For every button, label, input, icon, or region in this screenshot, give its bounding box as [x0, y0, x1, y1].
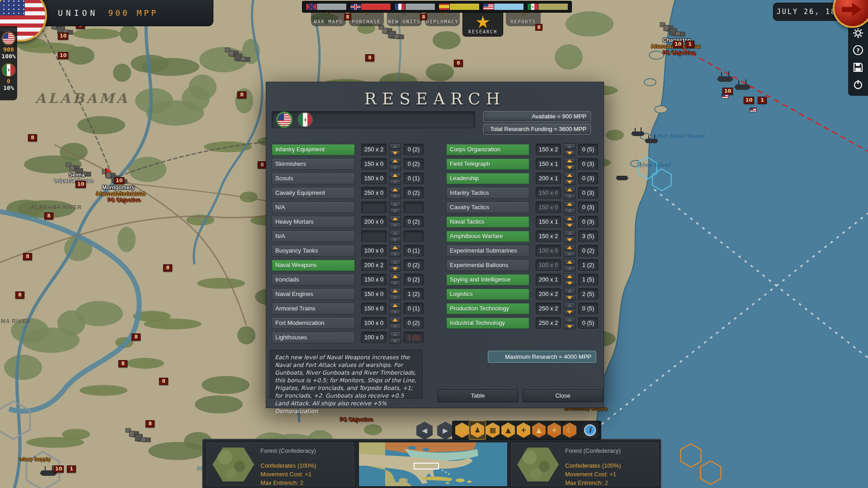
decrease-investment-button[interactable] — [564, 150, 576, 156]
increase-investment-button[interactable] — [564, 143, 576, 149]
increase-investment-button[interactable] — [389, 331, 401, 337]
diplomacy-segment-usa[interactable] — [483, 3, 524, 10]
unit-strength-badge[interactable]: 8 — [258, 161, 267, 169]
decrease-investment-button[interactable] — [564, 266, 576, 272]
increase-investment-button[interactable] — [389, 201, 401, 207]
increase-investment-button[interactable] — [389, 158, 401, 164]
decrease-investment-button[interactable] — [389, 338, 401, 344]
decrease-investment-button[interactable] — [564, 179, 576, 185]
increase-investment-button[interactable] — [389, 187, 401, 192]
increase-investment-button[interactable] — [564, 302, 576, 308]
increase-investment-button[interactable] — [564, 216, 576, 221]
increase-investment-button[interactable] — [389, 288, 401, 294]
increase-investment-button[interactable] — [389, 273, 401, 279]
night-mode-icon[interactable]: ☾ — [563, 422, 576, 438]
unit-strength-badge[interactable]: 10 — [744, 97, 754, 104]
infantry-action-icon[interactable]: ♟ — [471, 422, 484, 438]
diplomacy-segment-csa[interactable] — [306, 3, 347, 10]
decrease-investment-button[interactable] — [389, 324, 401, 329]
increase-investment-button[interactable] — [564, 317, 576, 323]
unit-strength-badge[interactable]: 10 — [673, 41, 683, 48]
unit-strength-badge[interactable]: 10 — [58, 52, 68, 59]
nation-flag-mexico[interactable] — [298, 113, 312, 127]
info-button[interactable]: i — [582, 422, 598, 438]
diplomacy-segment-mexico[interactable] — [527, 3, 568, 10]
decrease-investment-button[interactable] — [389, 266, 401, 272]
increase-investment-button[interactable] — [564, 244, 576, 250]
decrease-investment-button[interactable] — [389, 295, 401, 300]
decrease-investment-button[interactable] — [389, 208, 401, 214]
decrease-investment-button[interactable] — [389, 222, 401, 228]
increase-investment-button[interactable] — [389, 244, 401, 250]
decrease-investment-button[interactable] — [389, 150, 401, 156]
unit-strength-badge[interactable]: 8 — [44, 212, 53, 220]
unit-strength-badge[interactable]: 8 — [23, 253, 32, 260]
table-button[interactable]: Table — [438, 389, 518, 402]
diplomacy-segment-france[interactable] — [394, 3, 435, 10]
unit-strength-badge[interactable]: 8 — [146, 420, 155, 427]
unit-strength-badge[interactable]: 1 — [67, 465, 76, 473]
decrease-investment-button[interactable] — [564, 280, 576, 286]
decrease-investment-button[interactable] — [564, 251, 576, 257]
save-icon[interactable] — [852, 61, 864, 73]
increase-investment-button[interactable] — [389, 216, 401, 221]
close-button[interactable]: Close — [523, 389, 603, 402]
decrease-investment-button[interactable] — [564, 222, 576, 228]
unit-strength-badge[interactable]: 8 — [132, 333, 141, 341]
unit-strength-badge[interactable]: 1 — [758, 97, 767, 104]
decrease-investment-button[interactable] — [564, 324, 576, 329]
unit-strength-badge[interactable]: 8 — [454, 60, 463, 67]
decrease-investment-button[interactable] — [564, 208, 576, 214]
increase-investment-button[interactable] — [564, 158, 576, 164]
increase-investment-button[interactable] — [564, 187, 576, 192]
decrease-investment-button[interactable] — [389, 280, 401, 286]
hex-territory-icon[interactable] — [455, 422, 469, 438]
unit-strength-badge[interactable]: 1 — [685, 41, 694, 48]
unit-strength-badge[interactable]: 8 — [15, 291, 24, 299]
increase-investment-button[interactable] — [564, 230, 576, 236]
increase-investment-button[interactable] — [389, 143, 401, 149]
unit-strength-badge[interactable]: 10 — [114, 177, 124, 184]
unit-strength-badge[interactable]: 8 — [237, 91, 246, 99]
unit-strength-badge[interactable]: 10 — [53, 465, 64, 473]
tab-diplomacy[interactable]: ★Diplomacy — [425, 13, 460, 26]
decrease-investment-button[interactable] — [389, 193, 401, 199]
increase-investment-button[interactable] — [564, 273, 576, 279]
increase-investment-button[interactable] — [564, 201, 576, 207]
decrease-investment-button[interactable] — [389, 164, 401, 170]
reinforce-icon[interactable]: + — [517, 422, 530, 438]
tab-new-units[interactable]: ★New Units8 — [387, 13, 422, 26]
elite-reinforce-icon[interactable]: + — [547, 422, 561, 438]
diplomacy-segment-spain[interactable] — [439, 3, 480, 10]
unit-strength-badge[interactable]: 10 — [58, 33, 68, 40]
increase-investment-button[interactable] — [389, 172, 401, 178]
elite-upgrade-icon[interactable]: ▲ — [532, 422, 546, 438]
nation-flag-usa[interactable] — [278, 113, 291, 127]
decrease-investment-button[interactable] — [564, 295, 576, 300]
increase-investment-button[interactable] — [389, 302, 401, 308]
previous-unit-button[interactable]: ◀ — [416, 422, 433, 440]
diplomacy-segment-uk[interactable] — [350, 3, 391, 10]
unit-strength-badge[interactable]: 8 — [365, 54, 374, 61]
tab-war-maps[interactable]: ★War Maps8 — [311, 13, 346, 26]
minimap[interactable] — [359, 442, 508, 487]
decrease-investment-button[interactable] — [389, 179, 401, 185]
decrease-investment-button[interactable] — [389, 251, 401, 257]
upgrade-icon[interactable]: ▲ — [501, 422, 515, 438]
decrease-investment-button[interactable] — [564, 309, 576, 315]
tab-purchase[interactable]: ★Purchase — [349, 13, 384, 26]
decrease-investment-button[interactable] — [564, 237, 576, 243]
increase-investment-button[interactable] — [564, 172, 576, 178]
increase-investment-button[interactable] — [389, 259, 401, 265]
help-icon[interactable]: ? — [852, 44, 864, 56]
decrease-investment-button[interactable] — [564, 164, 576, 170]
unit-strength-badge[interactable]: 8 — [118, 360, 127, 367]
increase-investment-button[interactable] — [389, 230, 401, 236]
increase-investment-button[interactable] — [564, 288, 576, 294]
decrease-investment-button[interactable] — [389, 237, 401, 243]
decrease-investment-button[interactable] — [389, 309, 401, 315]
unit-strength-badge[interactable]: 8 — [28, 134, 37, 141]
settings-icon[interactable] — [852, 27, 864, 39]
next-unit-button[interactable]: ▶ — [437, 422, 453, 440]
decrease-investment-button[interactable] — [564, 193, 576, 199]
